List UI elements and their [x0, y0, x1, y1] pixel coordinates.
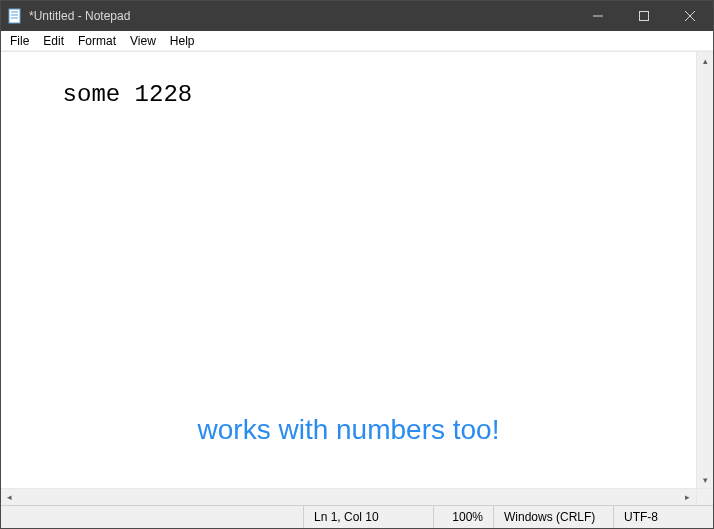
svg-rect-5 — [640, 12, 649, 21]
menubar: File Edit Format View Help — [1, 31, 713, 51]
annotation-overlay: works with numbers too! — [1, 414, 696, 446]
menu-format[interactable]: Format — [71, 32, 123, 50]
vscroll-track[interactable] — [697, 69, 713, 471]
svg-rect-0 — [9, 9, 20, 23]
scroll-left-icon[interactable]: ◂ — [1, 489, 18, 505]
window-title: *Untitled - Notepad — [29, 9, 130, 23]
status-cursor-position: Ln 1, Col 10 — [303, 506, 433, 528]
status-encoding: UTF-8 — [613, 506, 713, 528]
notepad-icon — [7, 8, 23, 24]
menu-help[interactable]: Help — [163, 32, 202, 50]
vertical-scrollbar[interactable]: ▴ ▾ — [696, 52, 713, 488]
menu-file[interactable]: File — [3, 32, 36, 50]
text-editor[interactable]: some 1228 works with numbers too! — [1, 52, 696, 488]
menu-view[interactable]: View — [123, 32, 163, 50]
hscroll-track[interactable] — [18, 489, 679, 505]
menu-edit[interactable]: Edit — [36, 32, 71, 50]
minimize-button[interactable] — [575, 1, 621, 31]
scroll-right-icon[interactable]: ▸ — [679, 489, 696, 505]
scroll-up-icon[interactable]: ▴ — [697, 52, 713, 69]
titlebar[interactable]: *Untitled - Notepad — [1, 1, 713, 31]
editor-area: some 1228 works with numbers too! ▴ ▾ — [1, 51, 713, 488]
statusbar: Ln 1, Col 10 100% Windows (CRLF) UTF-8 — [1, 505, 713, 528]
close-button[interactable] — [667, 1, 713, 31]
status-line-ending: Windows (CRLF) — [493, 506, 613, 528]
scroll-down-icon[interactable]: ▾ — [697, 471, 713, 488]
scrollbar-corner — [696, 489, 713, 505]
status-zoom: 100% — [433, 506, 493, 528]
window-controls — [575, 1, 713, 31]
status-spacer — [1, 506, 303, 528]
horizontal-scrollbar[interactable]: ◂ ▸ — [1, 488, 713, 505]
editor-content: some 1228 — [63, 81, 193, 108]
maximize-button[interactable] — [621, 1, 667, 31]
